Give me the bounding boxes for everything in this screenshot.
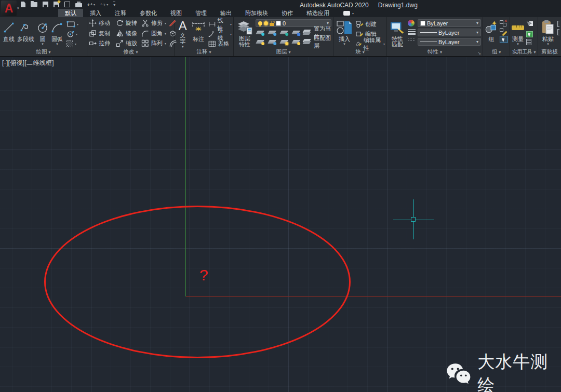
lineweight-dropdown[interactable]: ByLayer ▾ [418, 29, 481, 36]
rotate-button[interactable]: 旋转 [116, 19, 141, 27]
lineweight-icon[interactable] [408, 29, 416, 35]
object-color-dropdown[interactable]: ByLayer ▾ [418, 19, 481, 27]
group-edit-icon[interactable] [500, 28, 506, 34]
group-selection-toggle[interactable] [500, 36, 507, 43]
plot-button[interactable] [64, 2, 70, 7]
rectangle-button[interactable]: ▾ [66, 20, 78, 28]
panel-label-group[interactable]: 组 [483, 48, 510, 56]
panel-label-draw[interactable]: 绘图 [0, 48, 87, 56]
table-button[interactable]: 表格 [208, 40, 232, 48]
dimension-icon [191, 21, 206, 34]
tab-view[interactable]: 视图 [164, 9, 189, 17]
arc-icon [51, 21, 63, 34]
paste-button[interactable]: 粘贴 ▾ [540, 19, 556, 48]
layer-on-all-icon[interactable] [256, 40, 264, 44]
new-file-icon [21, 2, 25, 7]
tab-default[interactable]: 默认 [58, 9, 83, 17]
leader-button[interactable]: 引线▾ [208, 30, 232, 38]
fillet-icon [141, 30, 149, 37]
customize-qat-button[interactable]: ▾ [113, 2, 115, 7]
drawing-canvas[interactable]: [-][俯视][二维线框] ? 大水牛测绘 [0, 57, 561, 392]
hatch-button[interactable]: ▾ [66, 40, 78, 48]
ungroup-icon[interactable]: ✕ [500, 20, 506, 26]
tab-annotate[interactable]: 注释 [108, 9, 133, 17]
ribbon-display-toggle[interactable]: ▾ [343, 9, 354, 17]
scale-button[interactable]: 缩放 [116, 39, 141, 47]
stretch-button[interactable]: 拉伸 [89, 39, 116, 47]
tab-parametric[interactable]: 参数化 [133, 9, 164, 17]
undo-button[interactable]: ↩▾ [87, 2, 95, 8]
save-as-button[interactable] [54, 2, 59, 7]
open-folder-icon [31, 2, 37, 7]
linetype-icon[interactable] [408, 37, 416, 42]
panel-label-utilities[interactable]: 实用工具 [510, 48, 538, 56]
polyline-button[interactable]: 多段线 [17, 19, 35, 48]
cut-icon[interactable] [557, 21, 559, 27]
insert-block-button[interactable]: 插入 ▾ [336, 19, 353, 48]
question-mark-text[interactable]: ? [199, 267, 208, 283]
open-file-button[interactable] [31, 2, 37, 7]
viewport-controls[interactable]: [-][俯视][二维线框] [2, 59, 54, 67]
trim-button[interactable]: 修剪▾ [141, 19, 169, 27]
undo-caret-icon: ▾ [94, 3, 95, 6]
layer-thaw-all-icon[interactable] [279, 40, 288, 44]
move-button[interactable]: 移动 [89, 19, 116, 27]
quick-calc-icon[interactable] [526, 39, 531, 45]
line-button[interactable]: 直线 [2, 19, 16, 48]
panel-label-annotate[interactable]: 注释 [175, 48, 233, 56]
fillet-button[interactable]: 圆角▾ [141, 30, 169, 37]
ellipse-icon [66, 31, 74, 38]
layer-freeze-icon[interactable] [279, 31, 288, 34]
copy-button[interactable]: 复制 [89, 30, 116, 37]
match-properties-button[interactable]: 特性 匹配 [389, 19, 406, 48]
print-button[interactable] [75, 2, 82, 7]
tab-insert[interactable]: 插入 [83, 9, 108, 17]
clipboard-extra-tools [557, 19, 559, 48]
array-button[interactable]: 阵列▾ [141, 39, 169, 47]
copy-clip-icon[interactable] [557, 29, 559, 35]
circle-button[interactable]: 圆 ▾ [36, 19, 49, 48]
panel-label-layers[interactable]: 图层 [234, 48, 333, 56]
application-menu-button[interactable]: A [1, 1, 17, 16]
panel-label-modify[interactable]: 修改 [87, 48, 174, 56]
layer-isolate-icon[interactable] [268, 31, 276, 34]
select-all-icon[interactable] [526, 31, 533, 37]
arc-button[interactable]: 圆弧 ▾ [50, 19, 64, 48]
linetype-dropdown[interactable]: ByLayer ▾ [418, 38, 481, 46]
create-block-button[interactable]: 创建 [356, 20, 385, 28]
text-button[interactable]: A 文字 ▾ [177, 19, 189, 48]
redo-button[interactable]: ↪▾ [100, 2, 108, 8]
group-button[interactable]: 组 [484, 19, 499, 48]
panel-properties: 特性 匹配 ByLayer ▾ ByLayer [387, 17, 483, 56]
properties-dialog-launcher[interactable]: ↘ [477, 51, 481, 56]
circle-icon [36, 21, 49, 34]
quick-select-icon[interactable] [526, 20, 533, 30]
tab-manage[interactable]: 管理 [189, 9, 213, 17]
new-file-button[interactable] [21, 2, 25, 7]
edit-attributes-button[interactable]: 编辑属性▾ [356, 40, 385, 48]
drawn-ellipse[interactable] [44, 206, 351, 358]
layer-unlock2-icon[interactable] [291, 40, 300, 44]
quick-access-toolbar: ↩▾ ↪▾ ▾ [21, 1, 115, 8]
tab-collaborate[interactable]: 协作 [275, 9, 300, 17]
ellipse-button[interactable]: ▾ [66, 30, 78, 38]
dimension-button[interactable]: 标注 [191, 19, 206, 48]
layer-unisolate-icon[interactable] [268, 40, 276, 44]
layer-lock-icon[interactable] [291, 31, 300, 34]
panel-label-clipboard[interactable]: 剪贴板 [538, 48, 561, 56]
panel-label-block[interactable]: 块 [333, 48, 386, 56]
layer-properties-button[interactable]: 图层 特性 [236, 19, 253, 48]
measure-button[interactable]: 测量 ▾ [511, 19, 525, 48]
app-title: Autodesk AutoCAD 2020 [300, 2, 369, 9]
current-layer-name: 0 [283, 20, 286, 26]
save-button[interactable] [43, 2, 48, 7]
panel-label-properties[interactable]: 特性 [387, 48, 483, 56]
color-wheel-icon[interactable] [408, 20, 415, 26]
tab-featured-apps[interactable]: 精选应用 [300, 9, 336, 17]
mirror-button[interactable]: 镜像 [116, 30, 141, 37]
tab-addins[interactable]: 附加模块 [238, 9, 275, 17]
panel-layers: 图层 特性 0 ▾ [234, 17, 333, 56]
group-icon [485, 20, 498, 35]
match-layer-button[interactable]: 匹配图层 [303, 34, 331, 50]
layer-off-icon[interactable] [256, 31, 264, 34]
